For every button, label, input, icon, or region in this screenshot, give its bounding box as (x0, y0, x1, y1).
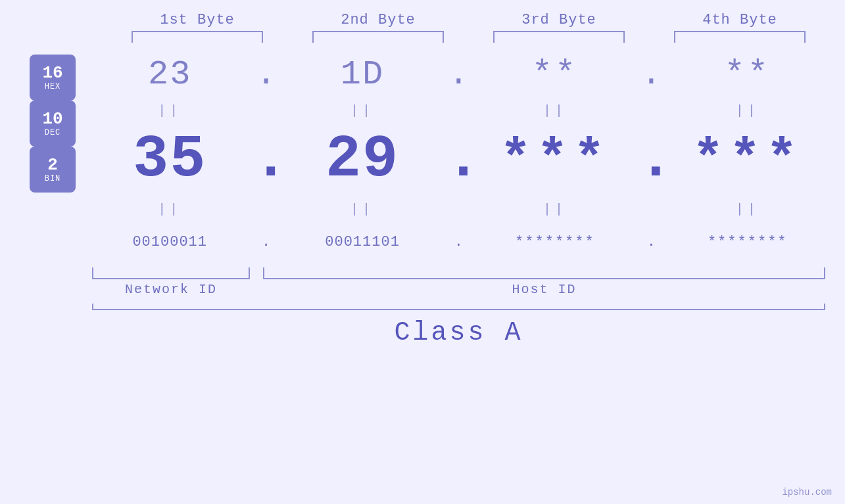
class-label-row: Class A (92, 318, 825, 348)
bracket-4 (674, 31, 806, 43)
dec-b1: 35 (97, 126, 242, 193)
dec-row: 35 . 29 . *** . *** (92, 120, 825, 199)
host-id-label: Host ID (263, 282, 825, 297)
div2-b1: || (97, 202, 242, 217)
div2-b4: || (675, 202, 820, 217)
hex-row: 23 . 1D . ** . ** (92, 48, 825, 101)
badges-column: 16 HEX 10 DEC 2 BIN (0, 48, 92, 199)
div2-b2: || (290, 202, 435, 217)
bin-dot-3: . (638, 234, 664, 250)
dec-b2: 29 (290, 126, 435, 193)
outer-bracket (92, 304, 825, 310)
dec-b3: *** (483, 130, 627, 190)
hex-b4: ** (675, 55, 820, 94)
div1-b1: || (97, 103, 242, 118)
bin-b1: 00100011 (97, 234, 242, 250)
byte-label-2: 2nd Byte (306, 12, 450, 28)
div1-b2: || (290, 103, 435, 118)
id-brackets (92, 267, 825, 279)
id-labels: Network ID Host ID (92, 282, 825, 297)
badge-bin: 2 BIN (30, 147, 76, 193)
bin-b2: 00011101 (290, 234, 435, 250)
dec-dot-3: . (638, 126, 664, 193)
badge-dec: 10 DEC (30, 101, 76, 147)
bin-dot-2: . (445, 234, 471, 250)
hex-dot-2: . (445, 55, 471, 94)
bracket-1 (132, 31, 263, 43)
bracket-3 (493, 31, 625, 43)
bin-dot-1: . (253, 234, 279, 250)
hex-b1: 23 (97, 55, 242, 94)
div1-b3: || (483, 103, 627, 118)
hex-b2: 1D (290, 55, 435, 94)
bin-b4: ******** (675, 234, 820, 250)
host-bracket (263, 267, 825, 279)
byte-label-3: 3rd Byte (487, 12, 631, 28)
bin-b3: ******** (483, 234, 627, 250)
network-id-label: Network ID (92, 282, 250, 297)
badge-hex: 16 HEX (30, 55, 76, 101)
hex-dot-3: . (638, 55, 664, 94)
network-bracket (92, 267, 250, 279)
hex-dot-1: . (253, 55, 279, 94)
dec-dot-1: . (253, 126, 279, 193)
hex-b3: ** (483, 55, 627, 94)
byte-label-4: 4th Byte (667, 12, 812, 28)
footer: ipshu.com (782, 487, 832, 497)
divider-row-1: || || || || (92, 101, 825, 120)
class-label: Class A (394, 318, 523, 348)
byte-label-1: 1st Byte (125, 12, 270, 28)
bin-row: 00100011 . 00011101 . ******** . *******… (92, 219, 825, 265)
div1-b4: || (675, 103, 820, 118)
main-container: 1st Byte 2nd Byte 3rd Byte 4th Byte 16 H… (0, 0, 845, 504)
div2-b3: || (483, 202, 627, 217)
bracket-2 (312, 31, 444, 43)
dec-dot-2: . (445, 126, 471, 193)
divider-row-2: || || || || (92, 199, 825, 219)
dec-b4: *** (675, 130, 820, 190)
